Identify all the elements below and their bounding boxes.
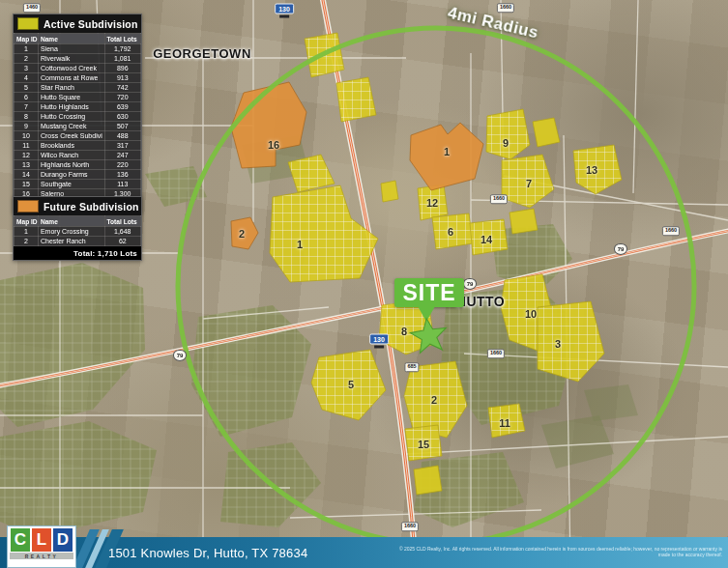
parcel-number-label: 3 xyxy=(555,339,561,350)
legend-row: 2Chester Ranch62 xyxy=(15,237,141,246)
row-map-id: 15 xyxy=(15,180,39,189)
legend-active-panel: Active Subdivision Map IDNameTotal Lots … xyxy=(13,14,142,213)
row-map-id: 12 xyxy=(15,151,39,160)
site-callout-label: SITE xyxy=(402,282,455,304)
road-shield-number: 79 xyxy=(463,278,477,290)
road-shield-79: 79 xyxy=(173,350,187,361)
legend-row: 12Wilco Ranch247 xyxy=(15,151,141,160)
legend-row: 3Cottonwood Creek896 xyxy=(15,64,141,73)
row-name: Southgate xyxy=(38,180,104,189)
legend-column-headers: Map IDNameTotal Lots xyxy=(15,34,141,44)
site-callout: SITE xyxy=(394,278,464,307)
road-shield-number: 1460 xyxy=(23,3,41,13)
row-total-lots: 488 xyxy=(104,131,140,141)
row-name: Cross Creek Subdivi xyxy=(38,131,104,141)
road-shield-1660: 1660 xyxy=(490,194,508,204)
road-shield-130: 130 xyxy=(369,334,389,349)
legend-column-headers: Map IDNameTotal Lots xyxy=(15,216,141,227)
road-shield-1660: 1660 xyxy=(487,349,505,358)
legend-row: 14Durango Farms136 xyxy=(15,170,141,180)
legend-active-header: Active Subdivision xyxy=(14,14,141,33)
legend-row: 7Hutto Highlands639 xyxy=(15,102,141,112)
row-map-id: 2 xyxy=(15,237,39,246)
parcel-number-label: 5 xyxy=(348,380,354,390)
parcel-number-label: 6 xyxy=(448,227,453,238)
active-color-swatch xyxy=(17,17,39,30)
legend-row: 8Hutto Crossing630 xyxy=(15,112,141,122)
legend-row: 13Highlands North220 xyxy=(15,160,141,170)
parcel-number-label: 9 xyxy=(503,138,509,149)
legend-row: 4Commons at Rowe913 xyxy=(15,73,141,83)
row-total-lots: 913 xyxy=(104,73,140,83)
row-map-id: 1 xyxy=(15,227,39,237)
row-map-id: 13 xyxy=(15,160,39,170)
row-total-lots: 1,648 xyxy=(104,227,140,237)
row-map-id: 4 xyxy=(15,73,39,83)
copyright-text: © 2025 CLD Realty, Inc. All rights reser… xyxy=(393,546,722,557)
parcel-number-label: 2 xyxy=(239,229,245,240)
logo-letter-tiles: CLD xyxy=(10,528,73,552)
column-header: Total Lots xyxy=(104,216,140,227)
row-total-lots: 630 xyxy=(104,112,140,122)
row-total-lots: 136 xyxy=(104,170,140,180)
road-shield-1660: 1660 xyxy=(497,3,514,13)
row-total-lots: 1,792 xyxy=(104,44,140,54)
row-map-id: 14 xyxy=(15,170,39,180)
row-map-id: 2 xyxy=(15,54,39,64)
road-shield-1660: 1660 xyxy=(662,226,680,236)
logo-realty-label: REALTY xyxy=(10,553,73,559)
parcel-number-label: 8 xyxy=(401,327,407,337)
row-total-lots: 720 xyxy=(104,93,140,102)
row-map-id: 1 xyxy=(15,44,39,54)
row-name: Siena xyxy=(38,44,104,54)
legend-future-title: Future Subdivision xyxy=(44,201,139,213)
road-shield-number: 130 xyxy=(369,334,389,345)
parcel-number-label: 11 xyxy=(499,418,510,429)
city-label-georgetown: GEORGETOWN xyxy=(153,46,251,61)
row-total-lots: 507 xyxy=(104,122,140,131)
road-shield-1460: 1460 xyxy=(23,3,41,13)
logo-letter-d: D xyxy=(53,528,73,552)
parcel-number-label: 14 xyxy=(480,235,492,245)
road-shield-number: 1660 xyxy=(497,3,514,13)
row-total-lots: 62 xyxy=(104,237,140,246)
road-shield-number: 1660 xyxy=(662,226,680,236)
legend-row: 2Riverwalk1,081 xyxy=(15,54,141,64)
row-map-id: 3 xyxy=(15,64,39,73)
future-color-swatch xyxy=(17,200,39,213)
row-map-id: 11 xyxy=(15,141,39,151)
row-name: Hutto Crossing xyxy=(38,112,104,122)
subdivision-map-flyer: 1619137126142110385215111301301460166016… xyxy=(0,0,728,568)
parcel-number-label: 10 xyxy=(525,309,537,320)
row-map-id: 6 xyxy=(15,93,39,102)
parcel-number-label: 16 xyxy=(268,140,279,151)
parcel-number-label: 15 xyxy=(418,440,429,450)
site-star-icon xyxy=(407,314,451,361)
toll-tag xyxy=(374,346,384,349)
legend-future-total: Total: 1,710 Lots xyxy=(14,246,141,260)
legend-row: 15Southgate113 xyxy=(15,180,141,189)
legend-row: 1Siena1,792 xyxy=(15,44,141,54)
toll-tag xyxy=(279,15,289,18)
row-name: Hutto Highlands xyxy=(38,102,104,112)
legend-future-panel: Future Subdivision Map IDNameTotal Lots … xyxy=(13,196,142,261)
row-name: Cottonwood Creek xyxy=(38,64,104,73)
parcel-number-label: 13 xyxy=(586,165,597,176)
legend-future-header: Future Subdivision xyxy=(14,197,141,215)
footer-bar: 1501 Knowles Dr, Hutto, TX 78634 © 2025 … xyxy=(0,537,728,568)
row-total-lots: 113 xyxy=(104,180,140,189)
cld-realty-logo: CLD REALTY xyxy=(7,525,76,568)
row-total-lots: 220 xyxy=(104,160,140,170)
road-shield-1660: 1660 xyxy=(401,522,419,531)
legend-row: 5Star Ranch742 xyxy=(15,83,141,93)
road-shield-130: 130 xyxy=(275,4,294,18)
road-shield-number: 79 xyxy=(173,350,187,361)
road-shield-number: 1660 xyxy=(487,349,505,358)
legend-row: 10Cross Creek Subdivi488 xyxy=(15,131,141,141)
road-shield-number: 79 xyxy=(614,243,627,255)
road-shield-number: 1660 xyxy=(401,522,419,531)
parcel-number-label: 2 xyxy=(431,395,437,406)
row-name: Mustang Creek xyxy=(38,122,104,131)
row-name: Highlands North xyxy=(38,160,104,170)
parcel-number-label: 7 xyxy=(526,179,532,189)
